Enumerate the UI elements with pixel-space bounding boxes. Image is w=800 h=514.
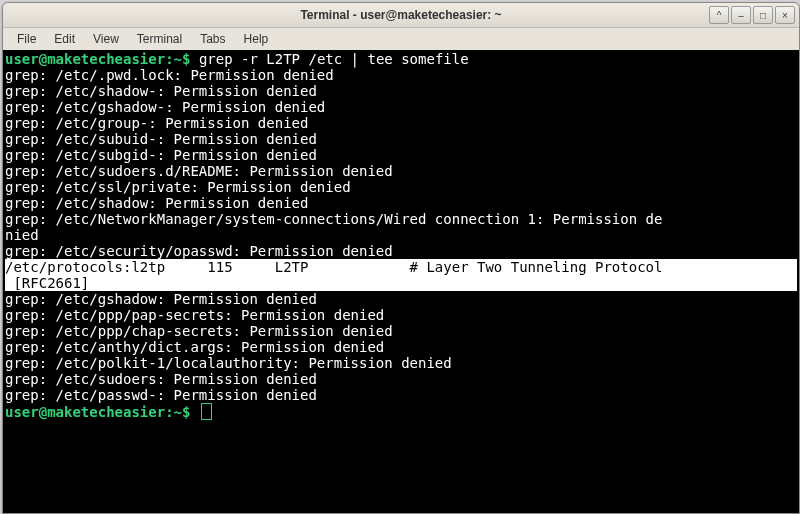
output-line: grep: /etc/gshadow-: Permission denied: [5, 99, 797, 115]
maximize-button[interactable]: □: [753, 6, 773, 24]
prompt-symbol: $: [182, 51, 199, 67]
prompt-path: ~: [174, 51, 182, 67]
prompt-separator: :: [165, 51, 173, 67]
terminal-output[interactable]: user@maketecheasier:~$ grep -r L2TP /etc…: [3, 50, 799, 513]
typed-command: grep -r L2TP /etc | tee somefile: [199, 51, 469, 67]
menu-tabs[interactable]: Tabs: [192, 30, 233, 48]
prompt-user-host: user@maketecheasier: [5, 404, 165, 420]
minimize-button[interactable]: –: [731, 6, 751, 24]
output-line: grep: /etc/ssl/private: Permission denie…: [5, 179, 797, 195]
output-line: grep: /etc/shadow-: Permission denied: [5, 83, 797, 99]
prompt-line: user@maketecheasier:~$: [5, 403, 797, 420]
output-line: grep: /etc/security/opasswd: Permission …: [5, 243, 797, 259]
close-button[interactable]: ×: [775, 6, 795, 24]
window-title: Terminal - user@maketecheasier: ~: [3, 8, 799, 22]
output-line: grep: /etc/passwd-: Permission denied: [5, 387, 797, 403]
prompt-path: ~: [174, 404, 182, 420]
output-line: grep: /etc/.pwd.lock: Permission denied: [5, 67, 797, 83]
terminal-window: Terminal - user@maketecheasier: ~ ^ – □ …: [2, 2, 800, 514]
prompt-separator: :: [165, 404, 173, 420]
highlighted-match-line: [RFC2661]: [5, 275, 797, 291]
output-line: grep: /etc/NetworkManager/system-connect…: [5, 211, 797, 227]
command-line: user@maketecheasier:~$ grep -r L2TP /etc…: [5, 51, 797, 67]
menu-edit[interactable]: Edit: [46, 30, 83, 48]
output-line: grep: /etc/subuid-: Permission denied: [5, 131, 797, 147]
prompt-symbol: $: [182, 404, 199, 420]
output-line: grep: /etc/subgid-: Permission denied: [5, 147, 797, 163]
output-line: grep: /etc/shadow: Permission denied: [5, 195, 797, 211]
output-line: grep: /etc/sudoers.d/README: Permission …: [5, 163, 797, 179]
output-line: grep: /etc/group-: Permission denied: [5, 115, 797, 131]
output-line: grep: /etc/anthy/dict.args: Permission d…: [5, 339, 797, 355]
window-controls: ^ – □ ×: [709, 6, 795, 24]
output-line: nied: [5, 227, 797, 243]
output-line: grep: /etc/polkit-1/localauthority: Perm…: [5, 355, 797, 371]
titlebar: Terminal - user@maketecheasier: ~ ^ – □ …: [3, 3, 799, 28]
output-line: grep: /etc/ppp/pap-secrets: Permission d…: [5, 307, 797, 323]
menu-help[interactable]: Help: [236, 30, 277, 48]
prompt-user-host: user@maketecheasier: [5, 51, 165, 67]
menu-terminal[interactable]: Terminal: [129, 30, 190, 48]
rollup-button[interactable]: ^: [709, 6, 729, 24]
output-line: grep: /etc/ppp/chap-secrets: Permission …: [5, 323, 797, 339]
menubar: File Edit View Terminal Tabs Help: [3, 28, 799, 50]
menu-view[interactable]: View: [85, 30, 127, 48]
highlighted-match-line: /etc/protocols:l2tp 115 L2TP # Layer Two…: [5, 259, 797, 275]
output-line: grep: /etc/gshadow: Permission denied: [5, 291, 797, 307]
menu-file[interactable]: File: [9, 30, 44, 48]
cursor: [201, 403, 212, 420]
output-line: grep: /etc/sudoers: Permission denied: [5, 371, 797, 387]
